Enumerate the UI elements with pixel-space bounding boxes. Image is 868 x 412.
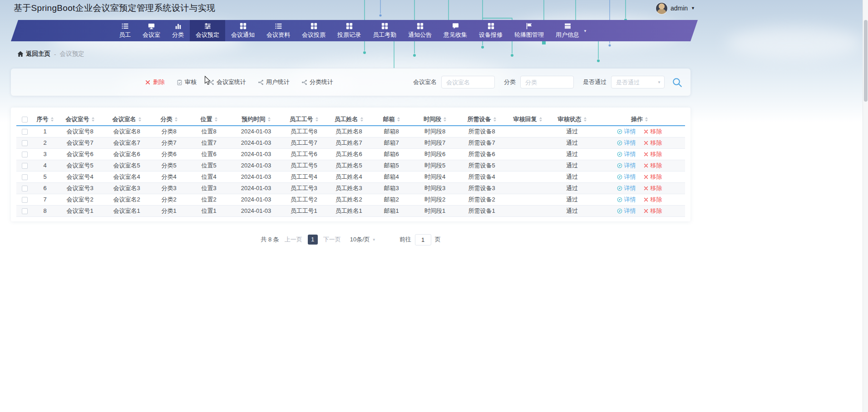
prev-page-button[interactable]: 上一页 [285,235,302,244]
next-page-button[interactable]: 下一页 [323,235,341,244]
nav-item-label: 设备报修 [479,31,503,39]
nav-item-staff[interactable]: 员工 [113,20,137,41]
row-checkbox[interactable] [22,186,28,191]
column-header[interactable]: 员工姓名 [326,113,371,126]
table-cell: 所需设备4 [459,171,505,182]
remove-link[interactable]: 移除 [643,173,662,181]
nav-item-announcements[interactable]: 通知公告 [402,20,438,41]
sort-carets-icon[interactable] [493,117,496,122]
detail-link[interactable]: 详情 [617,139,636,147]
table-cell: 位置3 [187,182,231,194]
sort-carets-icon[interactable] [584,117,587,122]
nav-item-category[interactable]: 分类 [166,20,190,41]
page-number-button[interactable]: 1 [308,235,318,245]
nav-item-meeting-room[interactable]: 会议室 [137,20,166,41]
select-all-checkbox[interactable] [22,117,28,123]
nav-item-meeting-materials[interactable]: 会议资料 [261,20,296,41]
row-checkbox[interactable] [22,197,28,203]
sort-carets-icon[interactable] [175,117,178,122]
column-header[interactable]: 序号 [33,113,57,126]
delete-button[interactable]: 删除 [145,78,165,86]
column-header[interactable]: 操作 [594,113,685,126]
pass-select[interactable]: ▼ [611,76,665,88]
sort-carets-icon[interactable] [397,117,400,122]
sort-carets-icon[interactable] [539,117,542,122]
detail-link[interactable]: 详情 [617,207,636,215]
chevron-down-icon: ▼ [372,238,376,242]
column-header[interactable]: 邮箱 [371,113,411,126]
table-cell [505,126,550,137]
scrollbar[interactable] [863,0,868,412]
breadcrumb-home[interactable]: 返回主页 [17,50,50,58]
room-stats-button[interactable]: 会议室统计 [208,78,246,86]
nav-item-reservation[interactable]: 会议预定 [190,20,225,41]
sort-carets-icon[interactable] [138,117,141,122]
remove-link[interactable]: 移除 [643,150,662,158]
room-name-field[interactable] [441,76,495,88]
table-cell: 员工姓名5 [326,160,371,171]
goto-page-input[interactable] [415,234,431,245]
column-header[interactable]: 会议室号 [57,113,103,126]
nav-item-feedback[interactable]: 意见收集 [438,20,473,41]
pass-field[interactable] [611,76,665,88]
table-cell: 员工姓名4 [326,171,371,182]
user-stats-button[interactable]: 用户统计 [258,78,290,86]
column-header[interactable]: 时间段 [411,113,459,126]
sort-carets-icon[interactable] [92,117,94,122]
sort-carets-icon[interactable] [645,117,648,122]
sort-carets-icon[interactable] [51,117,54,122]
sort-carets-icon[interactable] [268,117,271,122]
nav-item-carousel[interactable]: 轮播图管理 [508,20,550,41]
nav-item-meeting-notice[interactable]: 会议通知 [225,20,261,41]
detail-link[interactable]: 详情 [617,150,636,158]
detail-link[interactable]: 详情 [617,173,636,181]
row-checkbox[interactable] [22,129,28,135]
table-cell: 2024-01-03 [231,160,281,171]
detail-link[interactable]: 详情 [617,184,636,192]
page-size-select[interactable]: 10条/页 ▼ [350,235,376,244]
table-cell: 邮箱4 [371,171,411,182]
column-header[interactable]: 所需设备 [459,113,505,126]
sort-carets-icon[interactable] [316,117,318,122]
remove-link[interactable]: 移除 [643,196,662,204]
table-cell: 会议室号1 [57,205,103,216]
remove-link[interactable]: 移除 [643,207,662,215]
nav-item-equipment-repair[interactable]: 设备报修 [473,20,508,41]
column-header[interactable]: 审核回复 [505,113,550,126]
detail-link[interactable]: 详情 [617,128,636,136]
category-input[interactable] [520,76,574,88]
row-checkbox[interactable] [22,152,28,157]
search-button[interactable] [672,77,682,88]
scrollbar-thumb[interactable] [864,20,868,102]
row-checkbox[interactable] [22,140,28,146]
remove-link[interactable]: 移除 [643,128,662,136]
sort-carets-icon[interactable] [444,117,446,122]
detail-link[interactable]: 详情 [617,162,636,170]
column-header[interactable]: 预约时间 [231,113,281,126]
nav-item-vote-records[interactable]: 投票记录 [331,20,367,41]
detail-link[interactable]: 详情 [617,196,636,204]
user-menu[interactable]: admin ▼ [656,3,695,14]
column-header[interactable]: 审核状态 [550,113,594,126]
remove-link[interactable]: 移除 [643,139,662,147]
row-checkbox[interactable] [22,208,28,214]
nav-item-user-info[interactable]: 用户信息▼ [550,20,591,41]
column-header[interactable]: 会议室名 [103,113,151,126]
category-stats-button[interactable]: 分类统计 [301,78,333,86]
column-header[interactable]: 员工工号 [281,113,326,126]
remove-link[interactable]: 移除 [643,162,662,170]
sort-carets-icon[interactable] [360,117,363,122]
nav-item-attendance[interactable]: 员工考勤 [367,20,402,41]
nav-item-meeting-vote[interactable]: 会议投票 [296,20,331,41]
remove-link[interactable]: 移除 [643,184,662,192]
sort-carets-icon[interactable] [215,117,217,122]
room-name-input[interactable] [441,76,495,88]
column-header[interactable]: 位置 [187,113,231,126]
column-header[interactable]: 分类 [151,113,187,126]
close-icon [643,129,649,134]
nav-item-label: 会议投票 [302,31,326,39]
category-field[interactable] [520,76,574,88]
audit-button[interactable]: 审核 [177,78,197,86]
row-checkbox[interactable] [22,163,28,169]
row-checkbox[interactable] [22,174,28,180]
